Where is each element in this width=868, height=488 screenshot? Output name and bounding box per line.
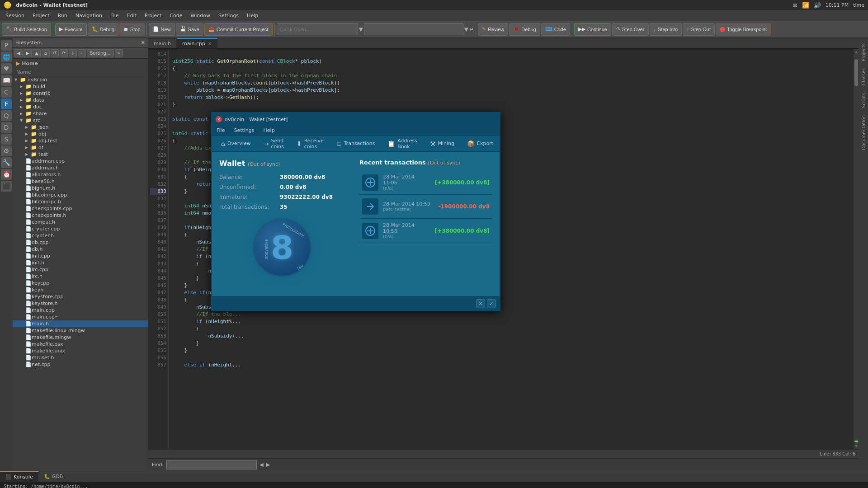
save-button[interactable]: 💾 Save (176, 23, 203, 36)
sidebar-icon-filesystem[interactable]: F (1, 99, 12, 109)
wallet-nav-overview[interactable]: ⌂ Overview (216, 137, 256, 150)
sidebar-icon-globe[interactable]: 🌐 (1, 52, 12, 62)
wallet-footer-ok-btn[interactable]: ✓ (487, 299, 496, 308)
wallet-menu-file[interactable]: File (215, 127, 226, 134)
list-item[interactable]: 📄keycpp (13, 280, 148, 286)
tree-folder-build[interactable]: ▶ 📁 build (13, 83, 148, 90)
execute-button[interactable]: ▶ Execute (55, 23, 87, 36)
step-out-button[interactable]: ↑ Step Out (683, 23, 715, 36)
list-item[interactable]: 📄init.cpp (13, 253, 148, 259)
sidebar-icon-classes[interactable]: C (1, 87, 12, 98)
sidebar-icon-settings[interactable]: ⚙ (1, 145, 12, 156)
tab-main-cpp[interactable]: main.cpp ✕ (177, 38, 217, 48)
list-item[interactable]: 📄base58.h (13, 178, 148, 185)
sidebar-tab-classes[interactable]: Classes (860, 65, 868, 89)
toggle-breakpoint-button[interactable]: ⬤ Toggle Breakpoint (716, 23, 771, 36)
list-item[interactable]: 📄keyh (13, 286, 148, 293)
list-item[interactable]: 📄allocators.h (13, 171, 148, 178)
scroll-down-arrow[interactable]: ▼ (854, 443, 859, 449)
fs-nav-back[interactable]: ◀ (14, 49, 23, 57)
list-item[interactable]: 📄main.cpp (13, 307, 148, 314)
wallet-nav-export[interactable]: 📦 Export (462, 137, 499, 150)
fs-delete[interactable]: − (78, 49, 86, 57)
list-item[interactable]: 📄makefile.osx (13, 341, 148, 347)
wallet-menu-help[interactable]: Help (262, 127, 277, 134)
transaction-item-1[interactable]: 28 Mar 2014 10:59 pats_testnet -1900000.… (359, 195, 492, 219)
list-item[interactable]: 📄bitcoinrpc.cpp (13, 192, 148, 198)
sidebar-icon-documents[interactable]: D (1, 122, 12, 133)
tree-folder-src[interactable]: ▼ 📁 src (13, 117, 148, 124)
vertical-scrollbar[interactable]: ▲ ▼ (854, 49, 859, 449)
scroll-thumb[interactable] (854, 59, 858, 86)
list-item[interactable]: 📄init.h (13, 259, 148, 266)
sidebar-icon-projects[interactable]: P (1, 40, 12, 51)
list-item[interactable]: 📄addrman.h (13, 164, 148, 171)
fs-nav-up[interactable]: ▲ (33, 49, 41, 57)
list-item[interactable]: 📄main.cpp~ (13, 314, 148, 320)
scroll-up-arrow[interactable]: ▲ (854, 49, 859, 55)
sidebar-icon-heart[interactable]: ♥ (1, 63, 12, 74)
menu-edit[interactable]: Edit (123, 12, 140, 19)
sidebar-icon-book[interactable]: 📖 (1, 75, 12, 86)
list-item[interactable]: 📄keystore.cpp (13, 293, 148, 300)
list-item[interactable]: 📄compat.h (13, 219, 148, 225)
list-item[interactable]: 📄crypter.cpp (13, 225, 148, 232)
tree-folder-json[interactable]: ▶ 📁 json (13, 124, 148, 131)
list-item[interactable]: 📄bignum.h (13, 185, 148, 192)
tab-main-h[interactable]: main.h (148, 38, 177, 48)
commit-button[interactable]: 📤 Commit Current Project (204, 23, 273, 36)
quick-open-input[interactable] (277, 23, 358, 35)
menu-settings[interactable]: Settings (215, 12, 242, 19)
sidebar-icon-scripts[interactable]: S (1, 134, 12, 145)
menu-code[interactable]: Code (166, 12, 186, 19)
list-item[interactable]: 📄irc.h (13, 273, 148, 280)
tree-folder-obj-test[interactable]: ▶ 📁 obj-test (13, 137, 148, 144)
new-button[interactable]: 📄 New (149, 23, 175, 36)
review-button[interactable]: ✎ Review (478, 23, 508, 36)
menu-file[interactable]: File (107, 12, 122, 19)
step-into-button[interactable]: ↓ Step Into (650, 23, 682, 36)
find-prev-icon[interactable]: ◀ (259, 462, 263, 468)
fs-add[interactable]: + (69, 49, 77, 57)
fs-reload[interactable]: ↺ (51, 49, 59, 57)
find-next-icon[interactable]: ▶ (266, 462, 270, 468)
list-item[interactable]: 📄addrman.cpp (13, 158, 148, 164)
list-item[interactable]: 📄net.cpp (13, 361, 148, 368)
build-selection-button[interactable]: 🔨 Build Selection (2, 23, 51, 36)
fs-refresh[interactable]: ⟳ (60, 49, 68, 57)
wallet-nav-transactions[interactable]: ≡ Transactions (331, 137, 380, 150)
filesystem-close-icon[interactable]: ✕ (141, 40, 145, 46)
list-item[interactable]: 📄main.h (13, 320, 148, 327)
code-button[interactable]: ⌨ Code (541, 23, 570, 36)
wallet-nav-address-book[interactable]: 📋 Address Book (382, 137, 423, 150)
menu-project[interactable]: Project (29, 12, 53, 19)
function-search-input[interactable]: GetBlockValue(int, int64) (364, 23, 463, 35)
tree-folder-data[interactable]: ▶ 📁 data (13, 97, 148, 103)
tree-folder-dv8coin[interactable]: ▼ 📁 dv8coin (13, 76, 148, 83)
tree-folder-test[interactable]: ▶ 📁 test (13, 151, 148, 158)
volume-icon[interactable]: 🔊 (814, 2, 821, 9)
sidebar-tab-docs[interactable]: Documentation (860, 112, 868, 154)
fs-expand[interactable]: » (115, 49, 123, 57)
email-icon[interactable]: ✉ (793, 2, 797, 9)
step-over-button[interactable]: ↷ Step Over (612, 23, 649, 36)
menu-project2[interactable]: Project (141, 12, 165, 19)
list-item[interactable]: 📄crypter.h (13, 232, 148, 239)
tree-folder-contrib[interactable]: ▶ 📁 contrib (13, 90, 148, 97)
list-item[interactable]: 📄bitcoinrpc.h (13, 198, 148, 205)
menu-window[interactable]: Window (187, 12, 214, 19)
menu-help[interactable]: Help (243, 12, 262, 19)
list-item[interactable]: 📄mruset.h (13, 354, 148, 361)
wallet-menu-settings[interactable]: Settings (232, 127, 256, 134)
list-item[interactable]: 📄makefile.unix (13, 347, 148, 354)
transaction-item-2[interactable]: 28 Mar 2014 10:58 (n/a) [+380000.00 dv8] (359, 219, 492, 243)
continue-button[interactable]: ▶▶ Continue (574, 23, 611, 36)
debug-button[interactable]: 🐛 Debug (88, 23, 118, 36)
list-item[interactable]: 📄db.cpp (13, 239, 148, 246)
list-item[interactable]: 📄makefile.mingw (13, 334, 148, 341)
sidebar-icon-tools[interactable]: 🔧 (1, 157, 12, 168)
list-item[interactable]: 📄db.h (13, 246, 148, 253)
list-item[interactable]: 📄keystore.h (13, 300, 148, 307)
list-item[interactable]: 📄checkpoints.cpp (13, 205, 148, 212)
stop-button[interactable]: ⏹ Stop (119, 23, 145, 36)
